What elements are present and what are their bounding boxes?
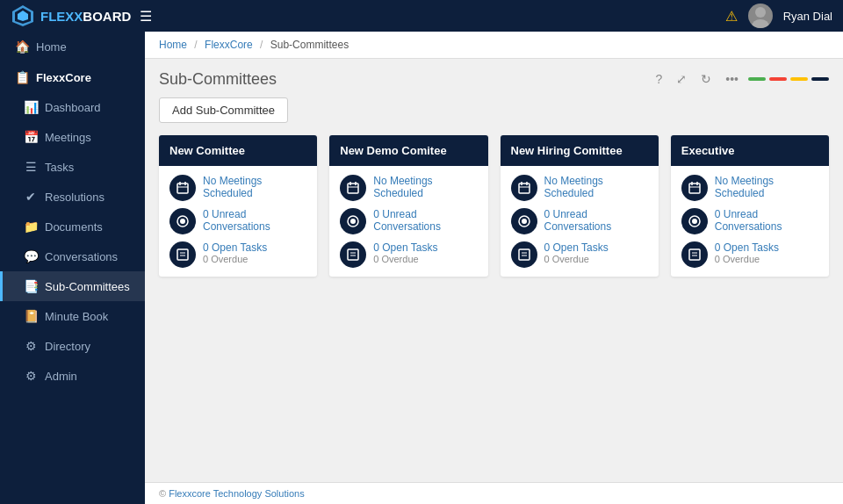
tasks-icon: ☰ <box>24 160 38 174</box>
overdue-text-3: 0 Overdue <box>715 254 779 264</box>
flexxcore-icon: 📋 <box>15 70 29 84</box>
dot-yellow <box>790 77 808 81</box>
card-tasks-text-3: 0 Open Tasks 0 Overdue <box>715 241 779 264</box>
tasks-link-1[interactable]: 0 Open Tasks <box>373 241 437 254</box>
svg-rect-11 <box>177 249 188 260</box>
tasks-link-3[interactable]: 0 Open Tasks <box>715 241 779 254</box>
svg-rect-14 <box>348 184 358 193</box>
sidebar-item-dashboard[interactable]: 📊 Dashboard <box>0 92 145 122</box>
tasks-circle-icon-2 <box>511 241 537 268</box>
tasks-circle-icon-1 <box>340 241 366 268</box>
sidebar-item-home[interactable]: 🏠 Home <box>0 32 145 61</box>
sidebar-item-directory[interactable]: ⚙ Directory <box>0 331 145 361</box>
svg-rect-20 <box>348 249 358 260</box>
sidebar-item-flexxcore[interactable]: 📋 FlexxCore <box>0 61 145 92</box>
card-meetings-text-0: No Meetings Scheduled <box>203 175 306 199</box>
card-header-executive: Executive <box>671 135 829 166</box>
expand-button[interactable]: ⤢ <box>672 69 691 89</box>
footer: © Flexxcore Technology Solutions <box>145 482 843 504</box>
tasks-link-2[interactable]: 0 Open Tasks <box>544 241 609 254</box>
card-header-new-hiring-comittee: New Hiring Comittee <box>501 135 659 166</box>
card-row-conversations-3: 0 Unread Conversations <box>681 208 818 234</box>
meetings-link-3[interactable]: No Meetings Scheduled <box>715 175 818 199</box>
svg-point-3 <box>755 7 766 18</box>
card-row-conversations-2: 0 Unread Conversations <box>511 208 648 234</box>
svg-point-28 <box>522 219 527 224</box>
breadcrumb-flexxcore[interactable]: FlexxCore <box>205 39 253 51</box>
logo-icon <box>11 4 35 28</box>
meetings-link-1[interactable]: No Meetings Scheduled <box>373 175 477 199</box>
refresh-button[interactable]: ↻ <box>696 69 716 89</box>
svg-rect-29 <box>519 249 530 260</box>
sidebar-item-admin[interactable]: ⚙ Admin <box>0 361 145 391</box>
content-area: Home / FlexxCore / Sub-Committees Sub-Co… <box>145 32 843 504</box>
card-conversations-text-0: 0 Unread Conversations <box>203 208 306 233</box>
meetings-circle-icon-1 <box>340 175 366 201</box>
sidebar-item-meetings[interactable]: 📅 Meetings <box>0 122 145 152</box>
card-body-new-comittee: No Meetings Scheduled 0 Unread Conversat… <box>159 166 317 277</box>
card-row-tasks-1: 0 Open Tasks 0 Overdue <box>340 241 477 268</box>
sidebar-item-resolutions[interactable]: ✔ Resolutions <box>0 182 145 212</box>
sidebar-item-documents[interactable]: 📁 Documents <box>0 212 145 241</box>
sidebar-item-conversations[interactable]: 💬 Conversations <box>0 241 145 271</box>
breadcrumb-home[interactable]: Home <box>159 39 187 51</box>
card-row-meetings-0: No Meetings Scheduled <box>169 175 306 201</box>
card-meetings-text-3: No Meetings Scheduled <box>715 175 818 199</box>
card-body-new-hiring-comittee: No Meetings Scheduled 0 Unread Conversat… <box>501 166 659 277</box>
sidebar-label-home: Home <box>36 40 67 54</box>
status-dots <box>748 77 829 81</box>
dot-dark <box>811 77 829 81</box>
more-button[interactable]: ••• <box>721 69 743 89</box>
card-meetings-text-2: No Meetings Scheduled <box>544 175 648 199</box>
add-sub-committee-button[interactable]: Add Sub-Committee <box>159 97 288 123</box>
hamburger-button[interactable]: ☰ <box>140 8 152 25</box>
card-row-tasks-0: 0 Open Tasks 0 Overdue <box>169 241 306 268</box>
sidebar-label-conversations: Conversations <box>45 250 118 263</box>
sidebar-item-minute-book[interactable]: 📔 Minute Book <box>0 301 145 331</box>
conversations-circle-icon-0 <box>169 208 196 234</box>
page-actions: ? ⤢ ↻ ••• <box>651 69 829 89</box>
meetings-link-2[interactable]: No Meetings Scheduled <box>544 175 648 199</box>
sidebar-label-tasks: Tasks <box>45 161 74 174</box>
svg-point-37 <box>692 219 697 224</box>
logo: FLEXXBOARD <box>11 4 131 28</box>
card-body-executive: No Meetings Scheduled 0 Unread Conversat… <box>671 166 829 277</box>
username: Ryan Dial <box>783 10 832 23</box>
footer-link[interactable]: Flexxcore Technology Solutions <box>169 488 305 499</box>
meetings-link-0[interactable]: No Meetings Scheduled <box>203 175 306 199</box>
home-icon: 🏠 <box>15 40 29 54</box>
page-header: Sub-Committees ? ⤢ ↻ ••• <box>159 69 829 89</box>
conversations-link-0[interactable]: 0 Unread Conversations <box>203 208 306 233</box>
conversations-link-2[interactable]: 0 Unread Conversations <box>544 208 648 233</box>
svg-rect-38 <box>689 249 700 260</box>
sidebar-label-admin: Admin <box>45 370 77 383</box>
sidebar-label-sub-committees: Sub-Committees <box>45 280 130 293</box>
card-header-new-comittee: New Comittee <box>159 135 317 166</box>
card-row-conversations-0: 0 Unread Conversations <box>169 208 306 234</box>
directory-icon: ⚙ <box>24 339 38 353</box>
meetings-circle-icon-3 <box>681 175 708 201</box>
card-row-meetings-3: No Meetings Scheduled <box>681 175 818 201</box>
sidebar: 🏠 Home 📋 FlexxCore 📊 Dashboard 📅 Meeting… <box>0 32 145 504</box>
logo-board: BOARD <box>83 9 131 24</box>
logo-flexx: FLEXX <box>40 9 83 24</box>
card-row-meetings-2: No Meetings Scheduled <box>511 175 648 201</box>
meetings-icon: 📅 <box>24 130 38 144</box>
avatar[interactable] <box>748 4 773 28</box>
conversations-link-3[interactable]: 0 Unread Conversations <box>715 208 818 233</box>
sidebar-label-resolutions: Resolutions <box>45 191 104 204</box>
tasks-link-0[interactable]: 0 Open Tasks <box>203 241 267 254</box>
sidebar-item-tasks[interactable]: ☰ Tasks <box>0 152 145 182</box>
alert-icon[interactable]: ⚠ <box>725 8 738 25</box>
card-new-comittee: New Comittee No Meetings Scheduled <box>159 135 317 277</box>
card-conversations-text-2: 0 Unread Conversations <box>544 208 648 233</box>
breadcrumb-current: Sub-Committees <box>270 39 349 51</box>
card-row-tasks-2: 0 Open Tasks 0 Overdue <box>511 241 648 268</box>
conversations-circle-icon-1 <box>340 208 366 234</box>
resolutions-icon: ✔ <box>24 190 38 204</box>
conversations-link-1[interactable]: 0 Unread Conversations <box>373 208 477 233</box>
help-button[interactable]: ? <box>651 69 666 89</box>
svg-point-4 <box>752 19 769 28</box>
sidebar-item-sub-committees[interactable]: 📑 Sub-Committees <box>0 271 145 301</box>
sidebar-label-directory: Directory <box>45 340 90 353</box>
